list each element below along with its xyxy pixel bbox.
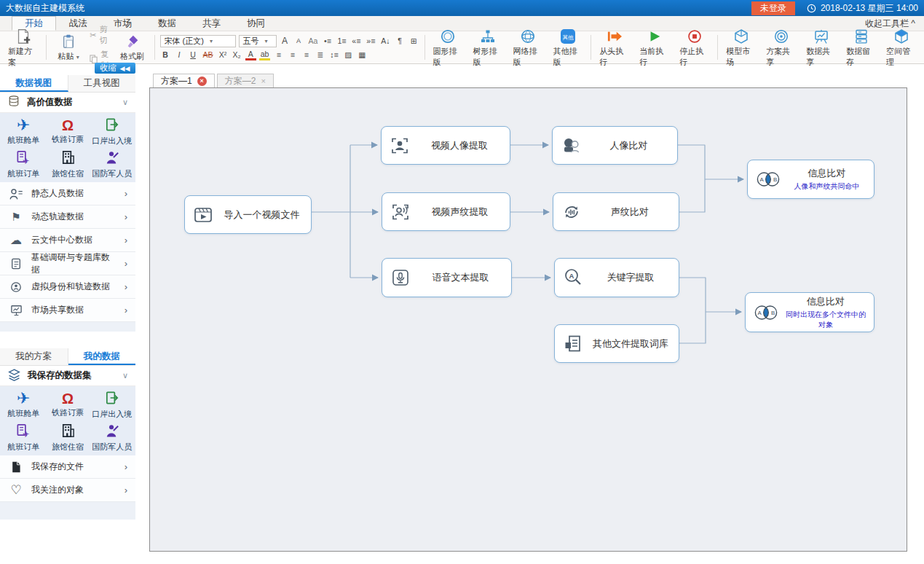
font-family-select[interactable]: 宋体 (正文) ▾	[160, 35, 236, 47]
underline-button[interactable]: U	[188, 50, 199, 60]
plan-share-button[interactable]: 方案共享	[763, 28, 799, 68]
network-layout-button[interactable]: 网络排版	[510, 28, 545, 68]
new-plan-button[interactable]: 新建方案	[5, 28, 41, 68]
paragraph-marks-button[interactable]: ¶	[395, 36, 406, 47]
dataset-railway-ticket[interactable]: Ω 铁路订票	[46, 115, 90, 147]
new-document-icon	[15, 28, 32, 45]
data-retention-button[interactable]: 数据留存	[843, 28, 879, 68]
strikethrough-button[interactable]: AB	[202, 50, 215, 60]
dataset-military-personnel[interactable]: 国防军人员	[90, 421, 134, 453]
sidebar-collapse-button[interactable]: 收缩 ◀◀	[95, 63, 135, 74]
font-color-button[interactable]: A	[245, 50, 256, 60]
circle-layout-icon	[440, 28, 456, 45]
numbered-list-button[interactable]: 1≡	[336, 36, 347, 47]
tree-layout-button[interactable]: 树形排版	[470, 28, 505, 68]
other-layout-button[interactable]: 其他 其他排版	[550, 28, 585, 68]
sidebar-item-my-saved-files[interactable]: 我保存的文件 ›	[0, 455, 135, 479]
flow-node-face-compare[interactable]: 人像比对	[552, 126, 678, 165]
dataset-port-entry-exit[interactable]: 口岸出入境	[90, 388, 134, 420]
format-painter-button[interactable]: 格式刷	[116, 33, 149, 62]
run-current-button[interactable]: 当前执行	[636, 28, 672, 68]
tab-my-data[interactable]: 我的数据	[68, 348, 136, 365]
workspace-tab-plan1[interactable]: 方案—1 ×	[153, 74, 215, 87]
run-from-start-button[interactable]: 从头执行	[596, 28, 632, 68]
space-management-button[interactable]: 空间管理	[883, 28, 919, 68]
cut-button[interactable]: ✂ 剪切	[90, 24, 111, 46]
section-high-value-data[interactable]: 高价值数据 ∨	[0, 93, 135, 113]
flow-node-info-compare-2[interactable]: AB 信息比对 同时出现在多个文件中的对象	[745, 292, 874, 332]
flow-node-video-face-extract[interactable]: 视频人像提取	[381, 126, 510, 165]
ribbon-separator	[717, 35, 718, 60]
workspace-tab-plan2[interactable]: 方案—2 ×	[217, 74, 274, 87]
voiceprint-capture-icon	[390, 201, 411, 223]
flow-node-keyword-extract[interactable]: A 关键字提取	[554, 258, 679, 297]
sort-button[interactable]: A↓	[379, 36, 391, 47]
close-tab-icon[interactable]: ×	[261, 77, 265, 85]
flow-node-info-compare-1[interactable]: AB 信息比对 人像和声纹共同命中	[747, 160, 874, 199]
justify-button[interactable]: ≣	[315, 50, 325, 60]
align-center-button[interactable]: ≡	[287, 50, 298, 60]
bold-button[interactable]: B	[160, 50, 171, 60]
login-status-badge[interactable]: 未登录	[751, 1, 795, 15]
chevron-right-icon: ›	[125, 485, 127, 496]
person-icon	[8, 187, 24, 201]
flow-node-voice-compare[interactable]: 声纹比对	[553, 192, 679, 231]
dataset-hotel-stay[interactable]: 旅馆住宿	[46, 421, 90, 453]
ribbon-group-share: 模型市场 方案共享 数据共享 数据留存 空间管理	[719, 32, 923, 63]
italic-button[interactable]: I	[174, 50, 185, 60]
close-tab-icon[interactable]: ×	[197, 77, 207, 86]
table-button[interactable]: ⊞	[408, 36, 419, 47]
change-case-button[interactable]: Aa	[307, 36, 320, 47]
sidebar-item-basic-research[interactable]: 基础调研与专题库数据 ›	[0, 252, 135, 275]
flow-node-video-voice-extract[interactable]: 视频声纹提取	[382, 192, 510, 231]
stop-exec-button[interactable]: 停止执行	[676, 28, 712, 68]
menu-tab-collab[interactable]: 协同	[234, 16, 278, 31]
paste-button[interactable]: 粘贴 ▾	[52, 33, 85, 62]
sidebar-item-static-personnel[interactable]: 静态人员数据 ›	[0, 182, 135, 205]
flow-canvas[interactable]: 导入一个视频文件 视频人像提取 视频声纹提取 语音文本提取 人像比对 声纹比对 …	[149, 87, 907, 552]
indent-button[interactable]: »≡	[365, 36, 376, 47]
borders-button[interactable]: ▦	[357, 50, 368, 60]
dataset-hotel-stay[interactable]: 旅馆住宿	[46, 148, 90, 180]
flow-node-import-video[interactable]: 导入一个视频文件	[184, 195, 312, 234]
dataset-railway-ticket[interactable]: Ω 铁路订票	[46, 388, 90, 420]
data-view-panel: 数据视图 工具视图 高价值数据 ∨ ✈ 航班舱单 Ω 铁路订票 口岸出入境 ✈ …	[0, 75, 135, 332]
flow-node-other-files-lexicon[interactable]: 其他文件提取词库	[554, 324, 679, 363]
sidebar-item-my-followed-objects[interactable]: ♡ 我关注的对象 ›	[0, 479, 135, 502]
outdent-button[interactable]: «≡	[350, 36, 362, 47]
dataset-flight-order[interactable]: ✈ 航班订单	[1, 421, 46, 453]
tab-my-plans[interactable]: 我的方案	[0, 348, 68, 365]
line-spacing-button[interactable]: ↕≡	[328, 50, 339, 60]
dataset-port-entry-exit[interactable]: 口岸出入境	[90, 115, 134, 147]
dataset-flight-manifest[interactable]: ✈ 航班舱单	[1, 115, 46, 147]
font-size-select[interactable]: 五号 ▾	[239, 35, 277, 47]
align-right-button[interactable]: ≡	[301, 50, 312, 60]
menu-tab-data[interactable]: 数据	[145, 16, 189, 31]
grow-font-button[interactable]: A	[280, 36, 291, 47]
bullet-list-button[interactable]: •≡	[322, 36, 333, 47]
paste-dropdown-caret: ▾	[76, 54, 79, 60]
datetime-text: 2018-02-13 星期三 14:00	[821, 2, 918, 15]
info-compare-subtitle: 人像和声纹共同命中	[787, 181, 866, 192]
sidebar-item-virtual-identity[interactable]: 虚拟身份和轨迹数据 ›	[0, 275, 135, 299]
dataset-military-personnel[interactable]: 国防军人员	[90, 148, 134, 180]
circle-layout-button[interactable]: 圆形排版	[430, 28, 466, 68]
flow-node-speech-text-extract[interactable]: 语音文本提取	[382, 258, 512, 297]
sidebar-item-cloud-file-center[interactable]: ☁ 云文件中心数据 ›	[0, 229, 135, 252]
dataset-flight-order[interactable]: ✈ 航班订单	[1, 148, 46, 180]
shrink-font-button[interactable]: A	[293, 36, 304, 47]
sidebar-item-dynamic-trajectory[interactable]: ⚑ 动态轨迹数据 ›	[0, 205, 135, 229]
tab-data-view[interactable]: 数据视图	[0, 75, 68, 92]
section-my-saved-datasets[interactable]: 我保存的数据集 ∨	[0, 366, 135, 386]
menu-tab-share[interactable]: 共享	[189, 16, 234, 31]
data-share-button[interactable]: 数据共享	[803, 28, 839, 68]
superscript-button[interactable]: X²	[218, 50, 229, 60]
shading-button[interactable]: ▨	[343, 50, 354, 60]
sidebar-item-market-shared-data[interactable]: 市场共享数据 ›	[0, 299, 135, 322]
dataset-flight-manifest[interactable]: ✈ 航班舱单	[1, 388, 46, 420]
highlight-button[interactable]: ab	[259, 50, 271, 60]
tab-tool-view[interactable]: 工具视图	[68, 75, 136, 92]
align-left-button[interactable]: ≡	[273, 50, 284, 60]
model-market-button[interactable]: 模型市场	[723, 28, 759, 68]
subscript-button[interactable]: X₂	[232, 50, 242, 60]
